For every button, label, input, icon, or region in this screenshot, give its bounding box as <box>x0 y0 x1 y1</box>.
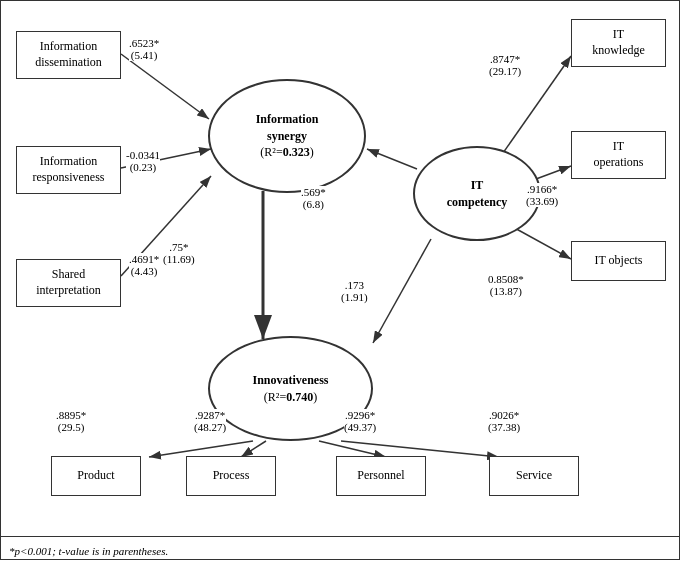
footer-note: *p<0.001; t-value is in parentheses. <box>9 545 168 557</box>
it-competency-label: ITcompetency <box>447 178 508 209</box>
path-label-13: .9026*(37.38) <box>488 409 520 433</box>
info-synergy-r2: (R²=0.323) <box>260 145 313 159</box>
it-knowledge-box: ITknowledge <box>571 19 666 67</box>
path-label-3: .4691*(4.43) <box>129 253 159 277</box>
path-label-10: .8895*(29.5) <box>56 409 86 433</box>
process-box: Process <box>186 456 276 496</box>
it-competency-ellipse: ITcompetency <box>413 146 541 241</box>
path-label-9: 0.8508*(13.87) <box>488 273 524 297</box>
path-label-12: .9296*(49.37) <box>344 409 376 433</box>
info-synergy-label: Informationsynergy <box>256 112 319 143</box>
svg-line-12 <box>241 441 266 457</box>
shared-interpretation-box: Sharedinterpretation <box>16 259 121 307</box>
path-label-5: .75*(11.69) <box>163 241 195 265</box>
svg-line-13 <box>319 441 386 457</box>
product-box: Product <box>51 456 141 496</box>
path-label-4: .569*(6.8) <box>301 186 326 210</box>
innovativeness-r2: (R²=0.740) <box>264 390 317 404</box>
service-box: Service <box>489 456 579 496</box>
svg-line-14 <box>341 441 499 457</box>
svg-line-6 <box>367 149 417 169</box>
svg-line-2 <box>121 54 209 119</box>
svg-line-9 <box>536 166 571 179</box>
path-label-1: .6523*(5.41) <box>129 37 159 61</box>
path-label-8: .9166*(33.69) <box>526 183 558 207</box>
info-responsiveness-box: Informationresponsiveness <box>16 146 121 194</box>
it-operations-box: IToperations <box>571 131 666 179</box>
svg-line-11 <box>149 441 253 457</box>
diagram-container: Informationdissemination Informationresp… <box>0 0 680 560</box>
info-synergy-ellipse: Informationsynergy (R²=0.323) <box>208 79 366 193</box>
info-dissemination-box: Informationdissemination <box>16 31 121 79</box>
innovativeness-label: Innovativeness <box>252 373 328 387</box>
it-objects-box: IT objects <box>571 241 666 281</box>
personnel-box: Personnel <box>336 456 426 496</box>
path-label-2: -0.0341(0.23) <box>126 149 160 173</box>
path-label-11: .9287*(48.27) <box>194 409 226 433</box>
footer-divider <box>1 536 679 537</box>
svg-line-10 <box>511 226 571 259</box>
svg-line-7 <box>373 239 431 343</box>
path-label-7: .8747*(29.17) <box>489 53 521 77</box>
path-label-6: .173(1.91) <box>341 279 368 303</box>
